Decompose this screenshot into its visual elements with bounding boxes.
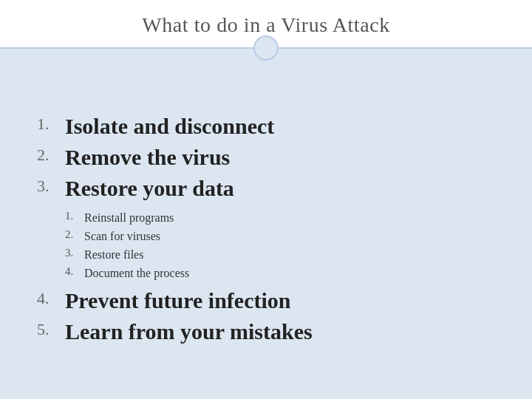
sub-item-number: 1.	[65, 209, 84, 222]
item-number: 4.	[37, 287, 65, 308]
sub-item-label: Scan for viruses	[84, 228, 160, 245]
slide-content: 1. Isolate and disconnect 2. Remove the …	[0, 49, 532, 399]
item-label: Learn from your mistakes	[65, 318, 313, 345]
sub-item-number: 2.	[65, 228, 84, 241]
sub-list-item: 4. Document the process	[65, 265, 495, 282]
sub-list-container: 1. Reinstall programs 2. Scan for viruse…	[65, 209, 495, 283]
sub-list-item: 3. Restore files	[65, 246, 495, 264]
sub-item-number: 4.	[65, 265, 84, 278]
slide: What to do in a Virus Attack 1. Isolate …	[0, 0, 532, 399]
list-item: 3. Restore your data	[37, 175, 495, 202]
item-label: Isolate and disconnect	[65, 113, 274, 140]
item-label: Prevent future infection	[65, 287, 291, 314]
title-circle-decoration	[253, 35, 279, 61]
item-number: 2.	[37, 144, 65, 165]
list-item: 5. Learn from your mistakes	[37, 318, 495, 345]
sub-item-label: Document the process	[84, 265, 189, 282]
sub-list-item: 1. Reinstall programs	[65, 209, 495, 227]
item-number: 5.	[37, 318, 65, 339]
item-label: Restore your data	[65, 175, 234, 202]
sub-item-label: Reinstall programs	[84, 209, 174, 227]
list-item: 4. Prevent future infection	[37, 287, 495, 314]
sub-list-item: 2. Scan for viruses	[65, 228, 495, 245]
sub-item-number: 3.	[65, 246, 84, 259]
item-number: 3.	[37, 175, 65, 196]
list-item: 1. Isolate and disconnect	[37, 113, 495, 140]
slide-title: What to do in a Virus Attack	[142, 13, 389, 37]
main-list: 1. Isolate and disconnect 2. Remove the …	[37, 113, 495, 206]
item-number: 1.	[37, 113, 65, 134]
list-item: 2. Remove the virus	[37, 144, 495, 171]
item-label: Remove the virus	[65, 144, 230, 171]
sub-list: 1. Reinstall programs 2. Scan for viruse…	[65, 209, 495, 282]
main-list-continued: 4. Prevent future infection 5. Learn fro…	[37, 287, 495, 349]
title-bar: What to do in a Virus Attack	[0, 0, 532, 49]
sub-item-label: Restore files	[84, 246, 143, 264]
